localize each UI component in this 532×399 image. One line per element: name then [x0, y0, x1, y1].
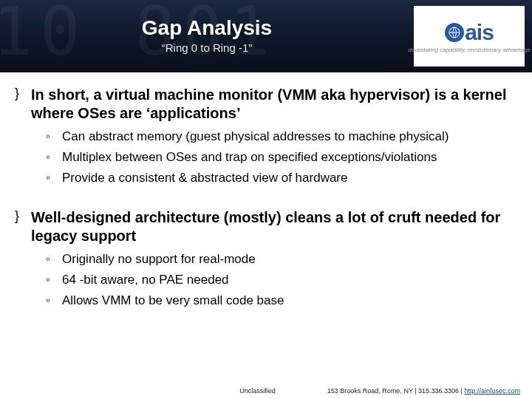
company-logo: ais devastating capability, revolutionar… [414, 6, 525, 66]
section-sublist: Originally no support for real-mode 64 -… [31, 245, 516, 324]
bullet-brace-icon: } [15, 208, 19, 224]
section-sublist: Can abstract memory (guest physical addr… [31, 123, 516, 201]
section-1: } In short, a virtual machine monitor (V… [31, 86, 516, 201]
slide-content: } In short, a virtual machine monitor (V… [0, 72, 532, 324]
slide-footer: Unclassified 153 Brooks Road, Rome, NY |… [0, 387, 532, 395]
section-heading: In short, a virtual machine monitor (VMM… [31, 86, 516, 123]
logo-mark: ais [445, 20, 494, 45]
globe-icon [445, 23, 464, 42]
logo-text: ais [465, 20, 494, 45]
list-item: Allows VMM to be very small code base [46, 293, 516, 309]
classification-label: Unclassified [239, 387, 276, 395]
section-2: } Well-designed architecture (mostly) cl… [31, 208, 516, 324]
footer-address: 153 Brooks Road, Rome, NY | 315.336.3306… [327, 387, 465, 395]
slide-title: Gap Analysis [0, 16, 414, 40]
list-item: 64 -bit aware, no PAE needed [46, 272, 516, 288]
list-item: Can abstract memory (guest physical addr… [46, 129, 516, 145]
footer-contact: 153 Brooks Road, Rome, NY | 315.336.3306… [327, 387, 520, 395]
section-heading: Well-designed architecture (mostly) clea… [31, 208, 516, 245]
slide-header: 10 801 Gap Analysis “Ring 0 to Ring -1” … [0, 0, 532, 72]
list-item: Originally no support for real-mode [46, 251, 516, 267]
slide-subtitle: “Ring 0 to Ring -1” [0, 41, 414, 54]
logo-tagline: devastating capability, revolutionary ad… [408, 47, 531, 53]
bullet-brace-icon: } [15, 86, 19, 101]
list-item: Multiplex between OSes and trap on speci… [46, 149, 516, 166]
list-item: Provide a consistent & abstracted view o… [46, 170, 516, 186]
footer-link[interactable]: http://ainfosec.com [464, 387, 520, 395]
